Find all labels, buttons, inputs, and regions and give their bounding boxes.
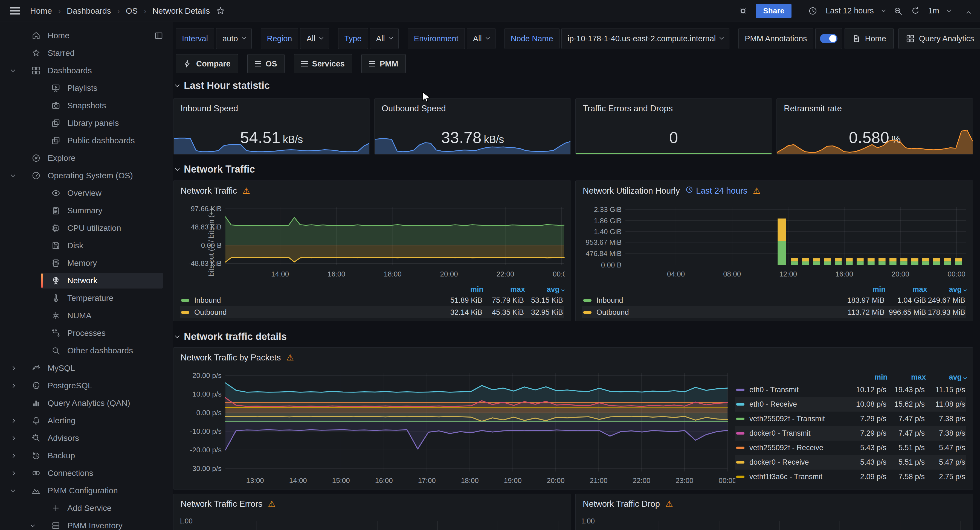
series-name[interactable]: Inbound — [194, 296, 221, 305]
sidebar-item-disk[interactable]: Disk — [0, 237, 173, 254]
sidebar-item-library-panels[interactable]: Library panels — [0, 114, 173, 132]
panel-traffic-errors-drops[interactable]: Traffic Errors and Drops 0 — [575, 98, 772, 154]
home-button[interactable]: Home — [845, 28, 894, 49]
legend-row[interactable]: Inbound 183.97 MiB 1.04 GiB 249.67 MiB — [582, 294, 966, 306]
filter-region-dropdown[interactable]: All — [300, 28, 329, 49]
sidebar-item-backup[interactable]: Backup — [0, 447, 173, 464]
refresh-icon[interactable] — [911, 6, 920, 16]
section-network-traffic[interactable]: Network Traffic — [176, 163, 255, 175]
sidebar-item-cpu-utilization[interactable]: CPU utilization — [0, 219, 173, 237]
time-range-label[interactable]: Last 12 hours — [826, 6, 874, 15]
share-button[interactable]: Share — [756, 4, 792, 18]
time-range-clock-icon[interactable] — [808, 6, 818, 16]
panel-inbound-speed[interactable]: Inbound Speed 54.51kB/s — [173, 98, 370, 154]
sidebar-item-postgresql[interactable]: PostgreSQL — [0, 377, 173, 394]
sidebar-item-dashboards[interactable]: Dashboards — [0, 62, 173, 79]
series-name[interactable]: veth255092f - Receive — [749, 444, 823, 452]
sidebar-item-summary[interactable]: Summary — [0, 202, 173, 219]
legend-row[interactable]: docker0 - Receive 5.43 p/s 5.51 p/s 5.47… — [735, 455, 966, 470]
warning-icon[interactable]: ⚠ — [753, 186, 760, 196]
dock-menu-icon[interactable] — [154, 31, 163, 40]
series-name[interactable]: veth255092f - Transmit — [749, 414, 825, 423]
legend-sort-min[interactable]: min — [442, 285, 484, 294]
chevron-right-icon[interactable] — [6, 454, 19, 457]
packets-chart[interactable]: 20.00 p/s10.00 p/s0.00 p/s-10.00 p/s-20.… — [180, 371, 735, 484]
warning-icon[interactable]: ⚠ — [242, 186, 250, 196]
series-name[interactable]: Outbound — [597, 308, 629, 317]
network-traffic-chart[interactable]: 97.66 KiB48.83 KiB0.00 B-48.83 KiB14:001… — [180, 200, 565, 279]
chevron-down-icon[interactable] — [6, 174, 19, 177]
sidebar-item-other-dashboards[interactable]: Other dashboards — [0, 342, 173, 359]
sidebar-item-home[interactable]: Home — [0, 27, 173, 44]
chevron-down-icon[interactable] — [6, 489, 19, 492]
sidebar-item-explore[interactable]: Explore — [0, 149, 173, 167]
chevron-right-icon[interactable] — [6, 419, 19, 422]
sidebar-item-memory[interactable]: Memory — [0, 254, 173, 272]
query-analytics-button[interactable]: Query Analytics — [899, 28, 980, 49]
chevron-right-icon[interactable] — [6, 384, 19, 387]
legend-sort-min[interactable]: min — [841, 373, 888, 381]
legend-row[interactable]: Inbound 51.89 KiB 75.79 KiB 53.15 KiB — [180, 294, 564, 306]
panel-network-traffic-drop[interactable]: Network Traffic Drop ⚠ 1.00 — [575, 494, 973, 530]
legend-row[interactable]: veth255092f - Transmit 7.29 p/s 7.47 p/s… — [735, 412, 966, 426]
warning-icon[interactable]: ⚠ — [665, 499, 673, 509]
legend-row[interactable]: eth0 - Transmit 10.12 p/s 19.43 p/s 11.1… — [735, 382, 966, 397]
legend-sort-min[interactable]: min — [845, 285, 886, 294]
filter-type-dropdown[interactable]: All — [370, 28, 399, 49]
pmm-link-button[interactable]: PMM — [361, 54, 406, 73]
series-name[interactable]: Inbound — [597, 296, 623, 305]
panel-network-traffic[interactable]: Network Traffic ⚠ bits out (-) / bits in… — [173, 181, 571, 321]
sidebar-item-processes[interactable]: Processes — [0, 324, 173, 342]
sidebar-item-public-dashboards[interactable]: Public dashboards — [0, 132, 173, 149]
refresh-interval-label[interactable]: 1m — [928, 6, 939, 15]
sidebar-item-alerting[interactable]: Alerting — [0, 412, 173, 429]
sidebar-item-numa[interactable]: NUMA — [0, 307, 173, 324]
chevron-down-icon[interactable] — [26, 524, 39, 527]
filter-environment-dropdown[interactable]: All — [467, 28, 495, 49]
sidebar-item-pmm-configuration[interactable]: PMM Configuration — [0, 482, 173, 499]
series-name[interactable]: docker0 - Receive — [749, 458, 809, 467]
sidebar-item-query-analytics-qan[interactable]: Query Analytics (QAN) — [0, 394, 173, 412]
sidebar-item-network[interactable]: Network — [0, 272, 173, 289]
series-name[interactable]: vethf1f3a6c - Transmit — [749, 473, 822, 481]
os-link-button[interactable]: OS — [247, 54, 285, 73]
legend-sort-avg[interactable]: avg — [927, 285, 966, 294]
refresh-interval-chevron-icon[interactable] — [947, 8, 951, 12]
section-network-traffic-details[interactable]: Network traffic details — [176, 331, 287, 343]
time-range-chevron-icon[interactable] — [881, 8, 886, 12]
sidebar-item-starred[interactable]: Starred — [0, 44, 173, 62]
menu-toggle-icon[interactable] — [10, 7, 20, 14]
series-name[interactable]: eth0 - Receive — [749, 400, 797, 409]
legend-row[interactable]: docker0 - Transmit 7.29 p/s 7.47 p/s 7.3… — [735, 426, 966, 441]
sidebar-item-temperature[interactable]: Temperature — [0, 289, 173, 307]
chevron-right-icon[interactable] — [6, 437, 19, 440]
breadcrumb-dashboards[interactable]: Dashboards — [67, 6, 111, 16]
errors-chart[interactable]: 1.00 — [180, 517, 565, 530]
sidebar-item-advisors[interactable]: Advisors — [0, 429, 173, 447]
chevron-right-icon[interactable] — [6, 367, 19, 370]
legend-sort-avg[interactable]: avg — [926, 373, 966, 381]
services-link-button[interactable]: Services — [294, 54, 352, 73]
breadcrumb-home[interactable]: Home — [30, 6, 52, 16]
legend-sort-max[interactable]: max — [484, 285, 525, 294]
sidebar-item-snapshots[interactable]: Snapshots — [0, 97, 173, 114]
legend-row[interactable]: Outbound 32.14 KiB 45.35 KiB 32.95 KiB — [180, 306, 564, 318]
compare-button[interactable]: Compare — [176, 54, 238, 73]
filter-interval-dropdown[interactable]: auto — [216, 28, 251, 49]
sidebar-item-mysql[interactable]: MySQL — [0, 359, 173, 377]
panel-retransmit-rate[interactable]: Retransmit rate 0.580% — [776, 98, 973, 154]
legend-row[interactable]: eth0 - Receive 10.08 p/s 15.62 p/s 11.08… — [735, 397, 966, 412]
series-name[interactable]: docker0 - Transmit — [749, 429, 811, 438]
series-name[interactable]: Outbound — [194, 308, 227, 317]
sidebar-item-playlists[interactable]: Playlists — [0, 79, 173, 97]
zoom-out-icon[interactable] — [893, 6, 902, 16]
section-last-hour-statistic[interactable]: Last Hour statistic — [176, 80, 270, 91]
legend-sort-max[interactable]: max — [888, 373, 926, 381]
favorite-star-icon[interactable] — [216, 6, 225, 16]
legend-row[interactable]: vethf1f3a6c - Transmit 2.09 p/s 7.58 p/s… — [735, 470, 966, 484]
legend-sort-avg[interactable]: avg — [525, 285, 564, 294]
collapse-topbar-chevron-icon[interactable] — [967, 11, 971, 16]
legend-row[interactable]: veth255092f - Receive 5.43 p/s 5.51 p/s … — [735, 441, 966, 455]
legend-row[interactable]: Outbound 113.72 MiB 996.65 MiB 178.93 Mi… — [582, 306, 966, 318]
panel-outbound-speed[interactable]: Outbound Speed 33.78kB/s — [374, 98, 571, 154]
